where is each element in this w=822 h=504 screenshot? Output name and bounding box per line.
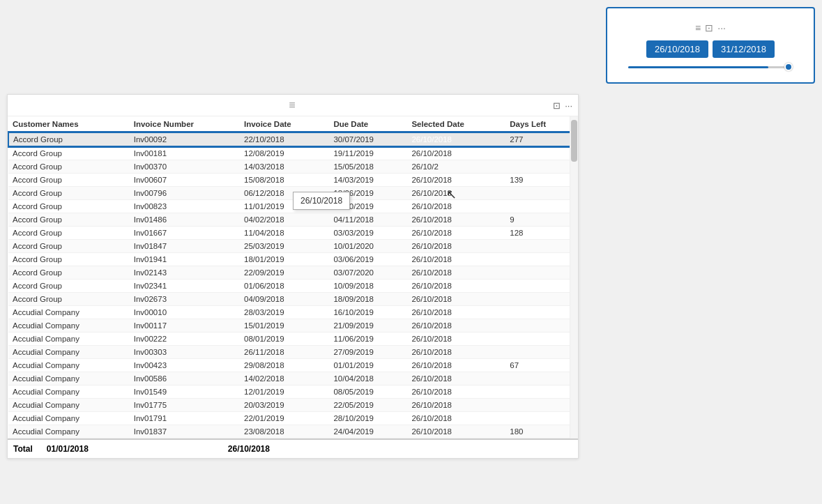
table-cell: 10/09/2018: [329, 280, 407, 293]
table-cell: 04/09/2018: [240, 293, 329, 306]
scrollbar[interactable]: [570, 116, 578, 438]
table-cell: 26/10/2018: [407, 333, 505, 346]
table-cell: 26/10/2018: [407, 266, 505, 280]
table-cell: [505, 187, 577, 200]
table-cell: Accudial Company: [8, 319, 130, 333]
table-cell: 26/10/2018: [407, 399, 505, 412]
table-cell: Accord Group: [8, 293, 130, 306]
table-cell: Accord Group: [8, 240, 130, 253]
table-cell: Accudial Company: [8, 412, 130, 425]
table-cell: 14/02/2018: [240, 372, 329, 385]
table-cell: 15/08/2018: [240, 174, 329, 187]
table-cell: Inv01775: [130, 399, 240, 412]
table-cell: [505, 160, 577, 174]
mini-date-range: 26/10/2018 31/12/2018: [646, 40, 775, 58]
date-tooltip: 26/10/2018: [293, 192, 350, 210]
table-cell: 26/10/2018: [407, 200, 505, 213]
table-row: Accord GroupInv0184725/03/201910/01/2020…: [8, 240, 577, 253]
table-cell: 26/10/2018: [407, 385, 505, 399]
table-row: Accord GroupInv0166711/04/201803/03/2019…: [8, 227, 577, 240]
table-row: Accord GroupInv0148604/02/201804/11/2018…: [8, 213, 577, 227]
table-cell: 22/01/2019: [240, 412, 329, 425]
table-cell: Accudial Company: [8, 333, 130, 346]
table-row: Accudial CompanyInv0058614/02/201810/04/…: [8, 372, 577, 385]
table-cell: 26/10/2018: [407, 146, 505, 160]
table-cell: 26/10/2018: [407, 213, 505, 227]
table-cell: 12/08/2019: [240, 146, 329, 160]
table-row: Accudial CompanyInv0177520/03/201922/05/…: [8, 399, 577, 412]
mini-grip-icon: ≡: [695, 22, 701, 33]
table-cell: Accord Group: [8, 132, 130, 146]
main-table-widget: ≡ ⊡ ··· Customer Names Invoice Number In…: [7, 94, 579, 459]
table-cell: [505, 333, 577, 346]
table-cell: 22/10/2018: [240, 132, 329, 146]
table-cell: [505, 280, 577, 293]
table-cell: Inv01941: [130, 253, 240, 266]
table-row: Accudial CompanyInv0179122/01/201928/10/…: [8, 412, 577, 425]
table-cell: Inv01847: [130, 240, 240, 253]
table-cell: Inv02673: [130, 293, 240, 306]
table-row: Accudial CompanyInv0154912/01/201908/05/…: [8, 385, 577, 399]
mini-more-icon[interactable]: ···: [717, 22, 726, 33]
table-cell: 277: [505, 132, 577, 146]
table-row: Accord GroupInv0194118/01/201903/06/2019…: [8, 253, 577, 266]
col-invoice-number: Invoice Number: [130, 116, 240, 132]
scroll-thumb[interactable]: [571, 120, 577, 162]
footer-invoice-date: 01/01/2018: [47, 444, 89, 454]
table-cell: 27/09/2019: [329, 346, 407, 359]
table-cell: [505, 385, 577, 399]
mini-date-start[interactable]: 26/10/2018: [646, 40, 708, 58]
table-cell: 03/07/2020: [329, 266, 407, 280]
table-cell: Accord Group: [8, 213, 130, 227]
table-cell: 26/10/2018: [407, 306, 505, 319]
table-cell: 11/06/2019: [329, 333, 407, 346]
table-cell: Inv00796: [130, 187, 240, 200]
table-cell: 11/04/2018: [240, 227, 329, 240]
table-cell: 28/03/2019: [240, 306, 329, 319]
table-cell: [505, 266, 577, 280]
table-cell: 25/03/2019: [240, 240, 329, 253]
table-cell: Inv00181: [130, 146, 240, 160]
table-cell: 26/10/2018: [407, 359, 505, 372]
table-cell: 10/01/2020: [329, 240, 407, 253]
slider-thumb[interactable]: [784, 63, 793, 71]
col-customer: Customer Names: [8, 116, 130, 132]
table-cell: 01/01/2019: [329, 359, 407, 372]
table-row: Accudial CompanyInv0001028/03/201916/10/…: [8, 306, 577, 319]
table-cell: 26/10/2018: [407, 346, 505, 359]
table-cell: [505, 146, 577, 160]
mini-resize-icon[interactable]: ⊡: [705, 22, 713, 33]
table-cell: 23/08/2018: [240, 425, 329, 438]
table-cell: 26/10/2018: [407, 319, 505, 333]
table-cell: 22/09/2019: [240, 266, 329, 280]
table-row: Accudial CompanyInv0011715/01/201921/09/…: [8, 319, 577, 333]
table-cell: 08/05/2019: [329, 385, 407, 399]
table-cell: 67: [505, 359, 577, 372]
mini-date-slider[interactable]: [628, 66, 793, 68]
slider-fill: [628, 66, 768, 68]
table-header-row: Customer Names Invoice Number Invoice Da…: [8, 116, 577, 132]
resize-icon[interactable]: ⊡: [553, 100, 561, 111]
table-cell: 12/01/2019: [240, 385, 329, 399]
table-cell: [505, 319, 577, 333]
col-due-date: Due Date: [329, 116, 407, 132]
table-cell: Inv00222: [130, 333, 240, 346]
table-cell: Inv01486: [130, 213, 240, 227]
table-row: Accudial CompanyInv0183723/08/201824/04/…: [8, 425, 577, 438]
table-row: Accord GroupInv0267304/09/201818/09/2018…: [8, 293, 577, 306]
table-cell: Inv01837: [130, 425, 240, 438]
table-cell: 10/04/2018: [329, 372, 407, 385]
table-cell: Inv00823: [130, 200, 240, 213]
grip-icon: ≡: [289, 99, 296, 112]
table-row: Accudial CompanyInv0042329/08/201801/01/…: [8, 359, 577, 372]
table-cell: Accord Group: [8, 200, 130, 213]
more-icon[interactable]: ···: [565, 100, 572, 111]
mini-widget-header: ≡ ⊡ ···: [695, 22, 726, 33]
table-row: Accord GroupInv0060715/08/201814/03/2019…: [8, 174, 577, 187]
mini-date-end[interactable]: 31/12/2018: [713, 40, 775, 58]
table-cell: Accudial Company: [8, 372, 130, 385]
table-cell: 26/10/2: [407, 160, 505, 174]
table-row: Accudial CompanyInv0022208/01/201911/06/…: [8, 333, 577, 346]
table-cell: 26/10/2018: [407, 412, 505, 425]
table-cell: 26/10/2018: [407, 372, 505, 385]
